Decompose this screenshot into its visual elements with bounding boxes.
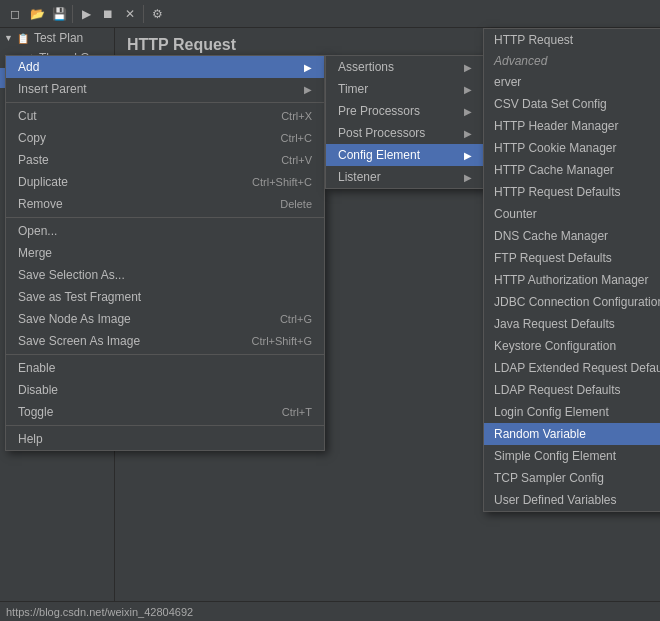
config-item-counter-label: Counter: [494, 207, 537, 221]
menu-item-cut[interactable]: Cut Ctrl+X: [6, 105, 324, 127]
config-item-random-variable-label: Random Variable: [494, 427, 586, 441]
menu-item-help-label: Help: [18, 432, 43, 446]
submenu-item-postprocessors-label: Post Processors: [338, 126, 425, 140]
menu-item-help[interactable]: Help: [6, 428, 324, 450]
open-icon[interactable]: 📂: [26, 3, 48, 25]
config-item-udv[interactable]: User Defined Variables: [484, 489, 660, 511]
menu-item-insert-parent[interactable]: Insert Parent ▶: [6, 78, 324, 100]
tree-item-testplan-label: Test Plan: [34, 31, 83, 45]
submenu-item-assertions[interactable]: Assertions ▶: [326, 56, 484, 78]
config-item-ftp[interactable]: FTP Request Defaults: [484, 247, 660, 269]
menu-item-open-label: Open...: [18, 224, 57, 238]
menu-item-toggle-label: Toggle: [18, 405, 53, 419]
config-item-keystore[interactable]: Keystore Configuration: [484, 335, 660, 357]
config-item-csv[interactable]: CSV Data Set Config: [484, 93, 660, 115]
menu-item-open[interactable]: Open...: [6, 220, 324, 242]
config-item-cache[interactable]: HTTP Cache Manager: [484, 159, 660, 181]
menu-item-disable[interactable]: Disable: [6, 379, 324, 401]
config-item-defaults[interactable]: HTTP Request Defaults: [484, 181, 660, 203]
menu-item-save-fragment[interactable]: Save as Test Fragment: [6, 286, 324, 308]
menu-arrow-assertions: ▶: [464, 62, 472, 73]
config-item-ldap[interactable]: LDAP Request Defaults: [484, 379, 660, 401]
clear-icon[interactable]: ✕: [119, 3, 141, 25]
run-icon[interactable]: ▶: [75, 3, 97, 25]
menu-item-insert-parent-label: Insert Parent: [18, 82, 87, 96]
menu-item-disable-label: Disable: [18, 383, 58, 397]
menu-item-duplicate-label: Duplicate: [18, 175, 68, 189]
submenu-item-postprocessors[interactable]: Post Processors ▶: [326, 122, 484, 144]
config-item-erver-label: erver: [494, 75, 521, 89]
menu-item-save-selection[interactable]: Save Selection As...: [6, 264, 324, 286]
config-item-keystore-label: Keystore Configuration: [494, 339, 616, 353]
new-icon[interactable]: ◻: [4, 3, 26, 25]
config-item-tcp-label: TCP Sampler Config: [494, 471, 604, 485]
config-item-ftp-label: FTP Request Defaults: [494, 251, 612, 265]
menu-item-save-screen-label: Save Screen As Image: [18, 334, 140, 348]
status-url: https://blog.csdn.net/weixin_42804692: [6, 606, 193, 618]
toolbar-separator-2: [143, 5, 144, 23]
menu-item-merge[interactable]: Merge: [6, 242, 324, 264]
config-item-auth[interactable]: HTTP Authorization Manager: [484, 269, 660, 291]
expand-arrow-testplan: ▼: [4, 33, 13, 43]
separator-2: [6, 217, 324, 218]
config-item-header[interactable]: HTTP Header Manager: [484, 115, 660, 137]
config-item-dns[interactable]: DNS Cache Manager: [484, 225, 660, 247]
menu-item-enable[interactable]: Enable: [6, 357, 324, 379]
settings-icon[interactable]: ⚙: [146, 3, 168, 25]
menu-item-save-screen-shortcut: Ctrl+Shift+G: [251, 335, 312, 347]
config-item-java[interactable]: Java Request Defaults: [484, 313, 660, 335]
toolbar-separator-1: [72, 5, 73, 23]
config-item-ldap-label: LDAP Request Defaults: [494, 383, 621, 397]
menu-item-toggle[interactable]: Toggle Ctrl+T: [6, 401, 324, 423]
submenu-item-timer[interactable]: Timer ▶: [326, 78, 484, 100]
config-item-header-label: HTTP Header Manager: [494, 119, 619, 133]
config-item-udv-label: User Defined Variables: [494, 493, 617, 507]
submenu-item-listener[interactable]: Listener ▶: [326, 166, 484, 188]
config-item-jdbc[interactable]: JDBC Connection Configuration: [484, 291, 660, 313]
menu-item-save-fragment-label: Save as Test Fragment: [18, 290, 141, 304]
config-item-counter[interactable]: Counter: [484, 203, 660, 225]
config-item-csv-label: CSV Data Set Config: [494, 97, 607, 111]
config-item-erver[interactable]: erver: [484, 71, 660, 93]
separator-3: [6, 354, 324, 355]
menu-item-paste[interactable]: Paste Ctrl+V: [6, 149, 324, 171]
submenu-item-preprocessors-label: Pre Processors: [338, 104, 420, 118]
stop-icon[interactable]: ⏹: [97, 3, 119, 25]
menu-item-add[interactable]: Add ▶: [6, 56, 324, 78]
menu-arrow-listener: ▶: [464, 172, 472, 183]
menu-item-save-screen[interactable]: Save Screen As Image Ctrl+Shift+G: [6, 330, 324, 352]
submenu-item-config[interactable]: Config Element ▶: [326, 144, 484, 166]
separator-4: [6, 425, 324, 426]
menu-item-duplicate[interactable]: Duplicate Ctrl+Shift+C: [6, 171, 324, 193]
config-item-ldap-ext[interactable]: LDAP Extended Request Defaults: [484, 357, 660, 379]
menu-item-save-node-shortcut: Ctrl+G: [280, 313, 312, 325]
menu-item-save-node[interactable]: Save Node As Image Ctrl+G: [6, 308, 324, 330]
menu-item-remove-label: Remove: [18, 197, 63, 211]
config-item-cookie[interactable]: HTTP Cookie Manager: [484, 137, 660, 159]
config-item-cache-label: HTTP Cache Manager: [494, 163, 614, 177]
submenu-item-timer-label: Timer: [338, 82, 368, 96]
config-item-jdbc-label: JDBC Connection Configuration: [494, 295, 660, 309]
menu-item-toggle-shortcut: Ctrl+T: [282, 406, 312, 418]
tree-item-testplan[interactable]: ▼ 📋 Test Plan: [0, 28, 114, 48]
submenu-item-preprocessors[interactable]: Pre Processors ▶: [326, 100, 484, 122]
testplan-icon: 📋: [15, 30, 31, 46]
config-item-simple[interactable]: Simple Config Element: [484, 445, 660, 467]
config-item-httprequest[interactable]: HTTP Request: [484, 29, 660, 51]
config-item-login[interactable]: Login Config Element: [484, 401, 660, 423]
menu-item-cut-label: Cut: [18, 109, 37, 123]
menu-item-remove[interactable]: Remove Delete: [6, 193, 324, 215]
status-bar: https://blog.csdn.net/weixin_42804692: [0, 601, 660, 621]
save-icon[interactable]: 💾: [48, 3, 70, 25]
config-item-random-variable[interactable]: Random Variable: [484, 423, 660, 445]
menu-arrow-timer: ▶: [464, 84, 472, 95]
menu-item-copy[interactable]: Copy Ctrl+C: [6, 127, 324, 149]
content-title: HTTP Request: [127, 36, 236, 53]
menu-item-paste-label: Paste: [18, 153, 49, 167]
config-item-dns-label: DNS Cache Manager: [494, 229, 608, 243]
config-item-httprequest-label: HTTP Request: [494, 33, 573, 47]
menu-item-copy-label: Copy: [18, 131, 46, 145]
menu-item-duplicate-shortcut: Ctrl+Shift+C: [252, 176, 312, 188]
config-item-tcp[interactable]: TCP Sampler Config: [484, 467, 660, 489]
config-item-cookie-label: HTTP Cookie Manager: [494, 141, 617, 155]
